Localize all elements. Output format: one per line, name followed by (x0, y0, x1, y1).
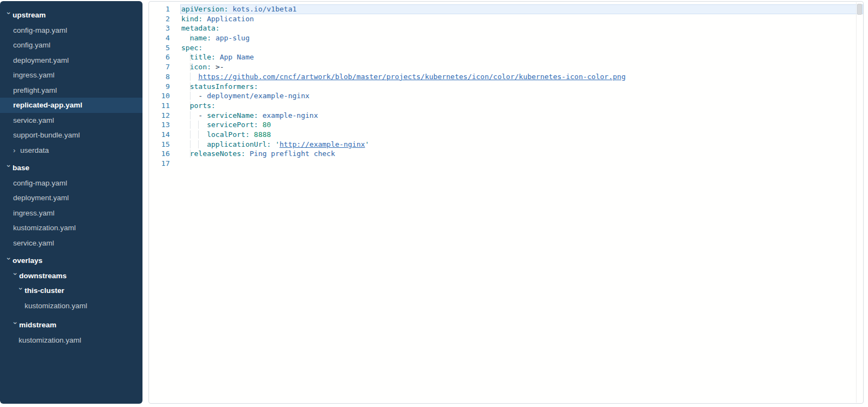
sidebar-item-label: deployment.yaml (13, 194, 69, 202)
indent-guide (181, 73, 191, 81)
indent-guide (181, 34, 191, 42)
sidebar-item-config-map-yaml[interactable]: config-map.yaml (0, 176, 142, 191)
line-number: 17 (149, 159, 170, 169)
sidebar-item-overlays[interactable]: ›overlays (0, 253, 142, 268)
code-line[interactable]: 12 - serviceName: example-nginx (149, 111, 863, 121)
sidebar-item-support-bundle-yaml[interactable]: support-bundle.yaml (0, 128, 142, 143)
line-number: 4 (149, 33, 170, 43)
sidebar-item-label: upstream (13, 11, 46, 19)
sidebar-item-label: this-cluster (25, 286, 64, 295)
code-line[interactable]: 2kind: Application (149, 14, 863, 24)
sidebar-item-this-cluster[interactable]: ›this-cluster (0, 283, 142, 298)
code-editor[interactable]: 1apiVersion: kots.io/v1beta12kind: Appli… (148, 1, 864, 404)
sidebar-item-label: replicated-app.yaml (13, 101, 82, 109)
chevron-down-icon: › (5, 258, 13, 265)
url-link[interactable]: https://github.com/cncf/artwork/blob/mas… (198, 73, 626, 81)
sidebar-item-kustomization-yaml[interactable]: kustomization.yaml (0, 220, 142, 236)
code-line[interactable]: 10 - deployment/example-nginx (149, 91, 863, 101)
code-line[interactable]: 6 title: App Name (149, 52, 863, 62)
sidebar-item-downstreams[interactable]: ›downstreams (0, 268, 142, 284)
sidebar-item-ingress-yaml[interactable]: ingress.yaml (0, 68, 142, 83)
sidebar-item-kustomization-yaml[interactable]: kustomization.yaml (0, 298, 142, 314)
indent-guide (181, 63, 191, 71)
code-line[interactable]: 17 (149, 159, 863, 169)
code-line-content: https://github.com/cncf/artwork/blob/mas… (180, 72, 863, 82)
sidebar-item-label: service.yaml (13, 239, 54, 247)
code-line-content: metadata: (180, 23, 863, 33)
sidebar-item-deployment-yaml[interactable]: deployment.yaml (0, 53, 142, 68)
indent-guide (181, 130, 191, 139)
chevron-down-icon: › (17, 288, 25, 295)
vertical-scrollbar[interactable] (856, 2, 863, 403)
url-link[interactable]: http://example-nginx (280, 140, 365, 148)
scrollbar-thumb[interactable] (857, 4, 862, 15)
chevron-down-icon: › (5, 12, 13, 19)
sidebar-item-service-yaml[interactable]: service.yaml (0, 236, 142, 251)
code-line-content: icon: >- (180, 62, 863, 72)
sidebar-item-label: config.yaml (13, 41, 50, 49)
line-number: 8 (149, 72, 170, 82)
code-line[interactable]: 7 icon: >- (149, 62, 863, 72)
code-line-content (180, 159, 863, 169)
code-line-content: - deployment/example-nginx (180, 91, 863, 101)
sidebar-item-label: ingress.yaml (13, 209, 55, 217)
sidebar-item-upstream[interactable]: ›upstream (0, 8, 142, 23)
indent-guide (190, 130, 199, 139)
sidebar-item-preflight-yaml[interactable]: preflight.yaml (0, 83, 142, 98)
code-line[interactable]: 13 servicePort: 80 (149, 120, 863, 130)
sidebar-item-label: midstream (19, 321, 56, 329)
code-line-content: - serviceName: example-nginx (180, 111, 863, 121)
sidebar-item-service-yaml[interactable]: service.yaml (0, 113, 142, 128)
indent-guide (181, 149, 191, 158)
line-number: 1 (149, 4, 170, 14)
sidebar-item-userdata[interactable]: ›userdata (0, 143, 142, 158)
sidebar-item-label: service.yaml (13, 116, 54, 124)
code-lines: 1apiVersion: kots.io/v1beta12kind: Appli… (149, 4, 863, 169)
code-line[interactable]: 14 localPort: 8888 (149, 130, 863, 140)
code-line[interactable]: 4 name: app-slug (149, 33, 863, 43)
indent-guide (181, 111, 191, 119)
line-number: 6 (149, 52, 170, 62)
sidebar-item-deployment-yaml[interactable]: deployment.yaml (0, 190, 142, 206)
sidebar-item-replicated-app-yaml[interactable]: replicated-app.yaml (0, 98, 142, 113)
sidebar-item-label: kustomization.yaml (19, 336, 81, 344)
sidebar-item-label: kustomization.yaml (13, 224, 76, 232)
sidebar-item-label: support-bundle.yaml (13, 131, 80, 139)
code-line-content: applicationUrl: 'http://example-nginx' (180, 140, 863, 149)
code-line[interactable]: 5spec: (149, 43, 863, 53)
code-line[interactable]: 11 ports: (149, 101, 863, 111)
sidebar-item-config-map-yaml[interactable]: config-map.yaml (0, 23, 142, 38)
code-line-content: releaseNotes: Ping preflight check (180, 149, 863, 159)
sidebar-item-label: config-map.yaml (13, 26, 67, 34)
code-line[interactable]: 16 releaseNotes: Ping preflight check (149, 149, 863, 159)
file-tree-sidebar: ›upstreamconfig-map.yamlconfig.yamldeplo… (0, 1, 142, 404)
code-line-content: name: app-slug (180, 33, 863, 43)
code-line[interactable]: 3metadata: (149, 23, 863, 33)
line-number: 9 (149, 82, 170, 92)
code-line[interactable]: 9 statusInformers: (149, 82, 863, 92)
line-number: 11 (149, 101, 170, 111)
sidebar-item-label: base (13, 164, 29, 172)
sidebar-item-label: deployment.yaml (13, 56, 69, 64)
indent-guide (181, 121, 191, 129)
sidebar-item-config-yaml[interactable]: config.yaml (0, 38, 142, 53)
sidebar-item-midstream[interactable]: ›midstream (0, 318, 142, 333)
sidebar-item-label: overlays (13, 256, 43, 265)
code-line[interactable]: 1apiVersion: kots.io/v1beta1 (149, 4, 863, 14)
line-number: 2 (149, 14, 170, 24)
indent-guide (181, 140, 191, 148)
sidebar-item-ingress-yaml[interactable]: ingress.yaml (0, 206, 142, 221)
code-line-content: apiVersion: kots.io/v1beta1 (180, 4, 863, 14)
line-number: 3 (149, 23, 170, 33)
sidebar-item-base[interactable]: ›base (0, 160, 142, 176)
code-line-content: ports: (180, 101, 863, 111)
sidebar-item-kustomization-yaml[interactable]: kustomization.yaml (0, 333, 142, 348)
chevron-down-icon: › (12, 273, 19, 280)
code-line[interactable]: 15 applicationUrl: 'http://example-nginx… (149, 140, 863, 149)
indent-guide (190, 121, 199, 129)
code-line-content: statusInformers: (180, 82, 863, 92)
sidebar-item-label: preflight.yaml (13, 86, 57, 94)
code-line-content: title: App Name (180, 52, 863, 62)
sidebar-item-label: kustomization.yaml (25, 302, 87, 310)
code-line[interactable]: 8 https://github.com/cncf/artwork/blob/m… (149, 72, 863, 82)
